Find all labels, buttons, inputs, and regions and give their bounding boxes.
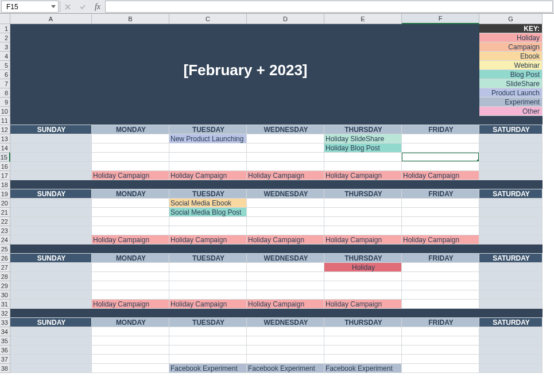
cell[interactable]: Holiday Campaign (169, 235, 247, 244)
cell[interactable]: FRIDAY (402, 254, 479, 263)
cell[interactable]: MONDAY (92, 189, 169, 199)
row-header[interactable]: 12 (0, 125, 10, 134)
cell[interactable] (479, 263, 543, 272)
cell[interactable] (169, 309, 247, 318)
cell[interactable] (169, 327, 247, 336)
cell[interactable] (10, 336, 92, 346)
cell[interactable] (10, 355, 92, 364)
cell[interactable] (247, 153, 324, 162)
cell[interactable] (10, 116, 92, 125)
cell[interactable]: SATURDAY (479, 318, 543, 327)
active-cell[interactable] (402, 153, 479, 162)
cell[interactable] (247, 199, 324, 208)
column-header[interactable]: F (402, 14, 479, 24)
column-header[interactable]: A (10, 14, 92, 24)
cell[interactable]: KEY: (479, 24, 543, 33)
cell[interactable] (92, 263, 169, 272)
cell[interactable] (10, 180, 92, 189)
column-header[interactable]: G (479, 14, 543, 24)
cell[interactable] (169, 336, 247, 346)
cell[interactable]: Holiday Campaign (92, 235, 169, 244)
cell[interactable]: SUNDAY (10, 125, 92, 134)
row-header[interactable]: 4 (0, 52, 10, 61)
cell[interactable] (92, 290, 169, 300)
row-header[interactable]: 30 (0, 290, 10, 300)
cell[interactable] (10, 364, 92, 373)
row-header[interactable]: 38 (0, 364, 10, 373)
row-header[interactable]: 22 (0, 217, 10, 226)
cell[interactable] (92, 134, 169, 143)
cell[interactable] (479, 336, 543, 346)
row-header[interactable]: 25 (0, 244, 10, 254)
row-header[interactable]: 7 (0, 79, 10, 88)
cell[interactable] (247, 162, 324, 171)
cell[interactable] (169, 355, 247, 364)
cell[interactable]: Blog Post (479, 70, 543, 79)
cell[interactable]: TUESDAY (169, 254, 247, 263)
row-header[interactable]: 5 (0, 61, 10, 70)
cell[interactable] (247, 244, 324, 254)
cell[interactable] (92, 327, 169, 336)
cell[interactable] (479, 272, 543, 281)
cell[interactable] (247, 226, 324, 235)
row-header[interactable]: 20 (0, 199, 10, 208)
cell[interactable]: TUESDAY (169, 125, 247, 134)
cell[interactable] (10, 208, 92, 217)
cell[interactable] (10, 217, 92, 226)
name-box[interactable]: F15 (1, 1, 59, 13)
cell[interactable]: Facebook Experiment (169, 364, 247, 373)
row-header[interactable]: 17 (0, 171, 10, 180)
cell[interactable]: Holiday Campaign (92, 300, 169, 309)
column-header[interactable]: D (247, 14, 324, 24)
cell[interactable] (10, 171, 92, 180)
cell[interactable]: Holiday Campaign (169, 171, 247, 180)
cell[interactable]: Holiday Campaign (247, 171, 324, 180)
row-header[interactable]: 36 (0, 346, 10, 355)
cell[interactable] (479, 281, 543, 290)
row-header[interactable]: 33 (0, 318, 10, 327)
cell[interactable]: Product Launch (479, 88, 543, 98)
cell[interactable]: Holiday SlideShare (324, 134, 402, 143)
cell[interactable]: THURSDAY (324, 125, 402, 134)
row-header[interactable]: 24 (0, 235, 10, 244)
cell[interactable] (324, 346, 402, 355)
cell[interactable] (402, 309, 479, 318)
cell[interactable] (402, 180, 479, 189)
cell[interactable]: Social Media Blog Post (169, 208, 247, 217)
cell[interactable]: Facebook Experiment (247, 364, 324, 373)
cell[interactable] (169, 263, 247, 272)
cell[interactable] (479, 355, 543, 364)
cell[interactable] (247, 336, 324, 346)
cell[interactable]: Holiday (324, 263, 402, 272)
cell[interactable] (402, 327, 479, 336)
cell[interactable] (479, 217, 543, 226)
cell[interactable] (402, 346, 479, 355)
column-header[interactable]: B (92, 14, 169, 24)
cell[interactable] (402, 217, 479, 226)
cell[interactable] (247, 116, 324, 125)
cell[interactable] (10, 290, 92, 300)
row-header[interactable]: 37 (0, 355, 10, 364)
formula-input[interactable] (105, 1, 553, 13)
cell[interactable] (92, 364, 169, 373)
row-header[interactable]: 23 (0, 226, 10, 235)
row-header[interactable]: 31 (0, 300, 10, 309)
cell[interactable]: SlideShare (479, 79, 543, 88)
fx-icon[interactable]: fx (90, 0, 105, 13)
cell[interactable]: THURSDAY (324, 189, 402, 199)
cell[interactable] (479, 116, 543, 125)
cell[interactable]: FRIDAY (402, 318, 479, 327)
cell[interactable] (92, 346, 169, 355)
cell[interactable] (10, 272, 92, 281)
cell[interactable]: MONDAY (92, 125, 169, 134)
cell[interactable]: FRIDAY (402, 125, 479, 134)
cell[interactable] (324, 244, 402, 254)
row-header[interactable]: 13 (0, 134, 10, 143)
cell[interactable]: Social Media Ebook (169, 199, 247, 208)
cell[interactable] (92, 217, 169, 226)
cell[interactable] (92, 162, 169, 171)
row-header[interactable]: 10 (0, 107, 10, 116)
cell[interactable] (247, 134, 324, 143)
cell[interactable] (10, 281, 92, 290)
cell[interactable]: Ebook (479, 52, 543, 61)
